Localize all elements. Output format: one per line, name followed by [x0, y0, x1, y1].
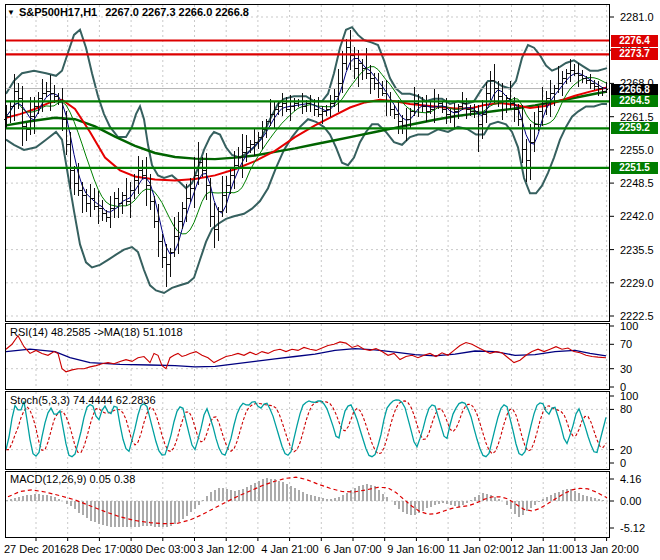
- price-axis-label: 2242.0: [620, 210, 654, 222]
- price-axis-label: 2255.0: [620, 144, 654, 156]
- indicator-axis-label: 0.00: [620, 495, 641, 507]
- price-axis-label: 2229.0: [620, 277, 654, 289]
- time-axis-label: 3 Jan 12:00: [197, 543, 255, 555]
- time-axis-label: 13 Jan 20:00: [575, 543, 639, 555]
- indicator-axis-label: 100: [620, 390, 638, 402]
- trading-chart-window: ▼S&P500H17,H12267.0 2267.3 2266.0 2266.8…: [0, 0, 660, 560]
- level-price-tag: 2264.5: [611, 95, 658, 107]
- level-price-tag: 2276.4: [611, 35, 658, 47]
- candlesticks: [4, 30, 608, 287]
- axis-tick-marks: [36, 17, 614, 541]
- indicator-axis-label: 70: [620, 338, 632, 350]
- stoch-indicator-label: Stoch(5,3,3) 74.4444 62.2836: [10, 394, 156, 406]
- time-axis-label: 27 Dec 2016: [4, 543, 66, 555]
- indicator-axis-label: -5.12: [620, 522, 645, 534]
- main-chart-series: [5, 27, 609, 293]
- indicator-axis-label: 80: [620, 403, 632, 415]
- symbol-title: S&P500H17,H1: [19, 6, 97, 18]
- price-axis-label: 2281.0: [620, 11, 654, 23]
- rsi-indicator-label: RSI(14) 48.2585 ->MA(18) 51.1018: [10, 326, 183, 338]
- macd-indicator-label: MACD(12,26,9) 0.05 0.38: [10, 473, 135, 485]
- time-axis-label: 6 Jan 07:00: [324, 543, 382, 555]
- time-axis-label: 30 Dec 03:00: [130, 543, 195, 555]
- rsi-series: [6, 336, 606, 372]
- ohlc-values: 2267.0 2267.3 2266.0 2266.8: [105, 6, 249, 18]
- level-price-tag: 2273.7: [611, 48, 658, 60]
- gridlines: [6, 5, 608, 536]
- time-axis-label: 9 Jan 16:00: [387, 543, 445, 555]
- price-axis-label: 2248.5: [620, 177, 654, 189]
- level-price-tag: 2259.2: [611, 122, 658, 134]
- level-price-tag: 2251.5: [611, 162, 658, 174]
- symbol-marker-icon: ▼: [7, 8, 15, 17]
- indicator-axis-label: 0: [620, 457, 626, 469]
- price-axis[interactable]: 2281.02274.52268.02261.52255.02248.52242…: [610, 0, 660, 538]
- stoch-series: [6, 400, 606, 457]
- time-axis-label: 28 Dec 17:00: [66, 543, 131, 555]
- chart-header: ▼S&P500H17,H12267.0 2267.3 2266.0 2266.8: [7, 6, 249, 18]
- time-axis[interactable]: 27 Dec 201628 Dec 17:0030 Dec 03:003 Jan…: [0, 538, 660, 560]
- time-axis-label: 4 Jan 21:00: [261, 543, 319, 555]
- indicator-axis-label: 4.16: [620, 473, 641, 485]
- time-axis-label: 11 Jan 02:00: [449, 543, 512, 555]
- price-axis-label: 2235.5: [620, 244, 654, 256]
- indicator-axis-label: 30: [620, 363, 632, 375]
- indicator-axis-label: 20: [620, 444, 632, 456]
- time-axis-label: 12 Jan 11:00: [512, 543, 575, 555]
- indicator-axis-label: 100: [620, 320, 638, 332]
